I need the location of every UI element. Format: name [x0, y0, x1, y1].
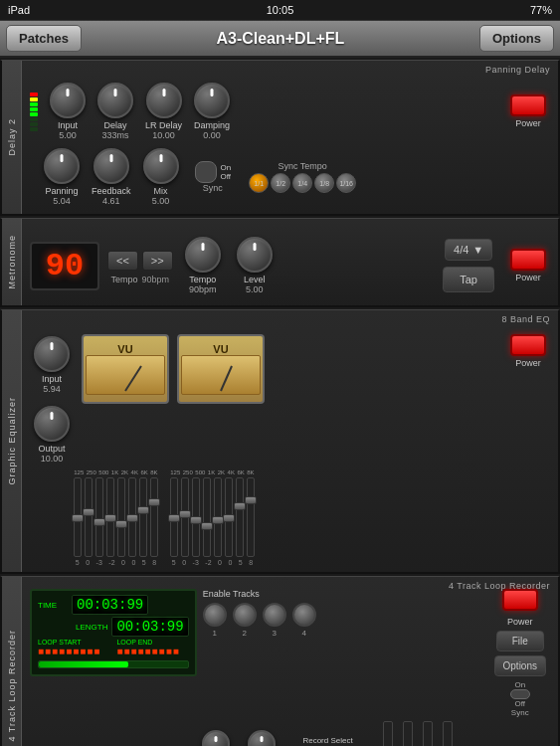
eq-r-fader-3 — [192, 477, 200, 557]
mix-label: Mix — [154, 186, 168, 196]
vu-bar-dark-2 — [30, 122, 38, 126]
eq-r-freq-4k: 4K — [228, 469, 235, 475]
loop-sync-on: On — [514, 680, 525, 689]
patches-button[interactable]: Patches — [6, 25, 82, 52]
eq-input-value: 5.94 — [43, 384, 61, 394]
delay-knob[interactable] — [97, 83, 133, 118]
eq-output-knob[interactable] — [34, 406, 70, 442]
sync-on-label: On — [221, 163, 232, 172]
lr-delay-label: LR Delay — [145, 120, 182, 130]
eq-r-freq-6k: 6K — [237, 469, 244, 475]
eq-input-knob[interactable] — [34, 336, 70, 372]
time-display: 10:05 — [267, 4, 294, 16]
top-bar: Patches A3-Clean+DL+FL Options — [0, 20, 560, 58]
vu-bar-green-3 — [30, 112, 38, 116]
vu-label-2: VU — [213, 343, 228, 355]
damping-knob[interactable] — [194, 83, 230, 118]
tempo-btn-1-1[interactable]: 1/1 — [249, 173, 269, 193]
eq-freq-2k: 2K — [121, 469, 128, 475]
vu-needle-1 — [86, 355, 165, 395]
loop-sync-label: Sync — [511, 708, 529, 717]
enable-tracks-label: Enable Tracks — [203, 589, 316, 599]
damping-knob-group: Damping 0.00 — [194, 83, 230, 140]
track-btn-3[interactable] — [263, 603, 286, 627]
bpm-value: 90 — [46, 248, 84, 284]
rec-level-knob[interactable] — [202, 730, 230, 747]
feedback-knob[interactable] — [93, 148, 129, 184]
eq-r-fader-5 — [214, 477, 222, 557]
loop-fader-4: 48 — [440, 721, 456, 746]
eq-fader-8 — [150, 477, 158, 557]
input-knob[interactable] — [50, 83, 86, 118]
metro-back-button[interactable]: << — [107, 251, 138, 271]
metronome-rack: Metronome 90 << >> Tempo 90bpm — [0, 218, 560, 307]
track-label-4: 4 — [301, 629, 305, 638]
loop-end-dots: ■■■■■■■■■ — [116, 646, 179, 656]
eq-output-knob-group: Output 10.00 — [34, 406, 70, 464]
delay-value: 333ms — [101, 130, 128, 140]
time-signature-selector[interactable]: 4/4 ▼ — [445, 239, 492, 261]
loop-recorder-rack: 4 Track Loop Recorder 4 Track Loop Recor… — [0, 576, 560, 746]
track-label-3: 3 — [272, 629, 276, 638]
eq-r-scale-7: 5 — [239, 559, 243, 566]
vu-label-1: VU — [117, 343, 132, 355]
eq-scale-3: -3 — [96, 559, 102, 566]
loop-sync-toggle[interactable] — [510, 689, 530, 699]
metronome-power-button[interactable] — [510, 249, 546, 271]
loop-options-button[interactable]: Options — [494, 655, 546, 676]
tempo-btn-1-4[interactable]: 1/4 — [292, 173, 312, 193]
input-label: Input — [58, 120, 78, 130]
track-btn-2[interactable] — [233, 603, 257, 627]
sync-label: Sync — [203, 183, 223, 193]
tempo-btn-1-8[interactable]: 1/8 — [314, 173, 334, 193]
time-label: TIME — [38, 601, 68, 610]
eq-fader-1 — [74, 477, 82, 557]
eq-r-freq-2k: 2K — [218, 469, 225, 475]
track-btn-1[interactable] — [203, 603, 227, 627]
tempo-knob[interactable] — [185, 237, 221, 273]
loop-power-button[interactable] — [502, 589, 538, 611]
eq-r-fader-7 — [236, 477, 244, 557]
level-knob[interactable] — [237, 237, 273, 273]
metro-nav-controls: << >> — [107, 251, 173, 271]
track-btn-4[interactable] — [292, 603, 316, 627]
eq-scale-4: -2 — [108, 559, 114, 566]
eq-r-scale-5: 0 — [218, 559, 222, 566]
eq-scale-5: 0 — [121, 559, 125, 566]
loop-recorder-title: 4 Track Loop Recorder — [449, 581, 550, 591]
loop-end-label: LOOP END — [116, 639, 179, 646]
mix-knob[interactable] — [143, 148, 179, 184]
eq-r-fader-6 — [225, 477, 233, 557]
vu-bar-dark-3 — [30, 127, 38, 131]
battery-display: 77% — [530, 4, 552, 16]
metro-forward-button[interactable]: >> — [142, 251, 173, 271]
feedback-knob-group: Feedback 4.61 — [92, 148, 131, 206]
vu-meter-2: VU — [177, 334, 265, 404]
loop-file-button[interactable]: File — [496, 631, 544, 652]
tap-button[interactable]: Tap — [443, 267, 494, 292]
tempo-btn-1-16[interactable]: 1/16 — [336, 173, 356, 193]
panning-value: 5.04 — [53, 196, 71, 206]
eq-rack: Graphic Equalizer 8 Band EQ Input 5.94 O… — [0, 309, 560, 574]
panning-delay-power-label: Power — [515, 118, 541, 128]
tempo-bpm-value: 90bpm — [142, 275, 170, 284]
eq-scale-2: 0 — [86, 559, 90, 566]
panning-delay-power-button[interactable] — [510, 94, 546, 116]
damping-label: Damping — [194, 120, 230, 130]
options-button[interactable]: Options — [479, 25, 554, 52]
loop-fader-3: 48 — [420, 721, 436, 746]
delay-label: Delay — [103, 120, 126, 130]
eq-power-button[interactable] — [510, 334, 546, 356]
eq-scale-7: 5 — [142, 559, 146, 566]
lr-delay-knob[interactable] — [146, 83, 182, 118]
tempo-btn-1-2[interactable]: 1/2 — [271, 173, 290, 193]
panning-delay-title: Panning Delay — [485, 65, 550, 75]
panning-knob[interactable] — [44, 148, 80, 184]
sync-toggle[interactable] — [195, 161, 217, 183]
loop-output-knob[interactable] — [248, 730, 276, 747]
metronome-content: 90 << >> Tempo 90bpm Tempo 90bpm — [22, 219, 558, 302]
eq-r-freq-125: 125 — [170, 469, 180, 475]
loop-sync-section: On Off Sync — [510, 680, 530, 717]
loop-recorder-side-label: 4 Track Loop Recorder — [2, 577, 22, 746]
lr-delay-value: 10.00 — [152, 130, 175, 140]
